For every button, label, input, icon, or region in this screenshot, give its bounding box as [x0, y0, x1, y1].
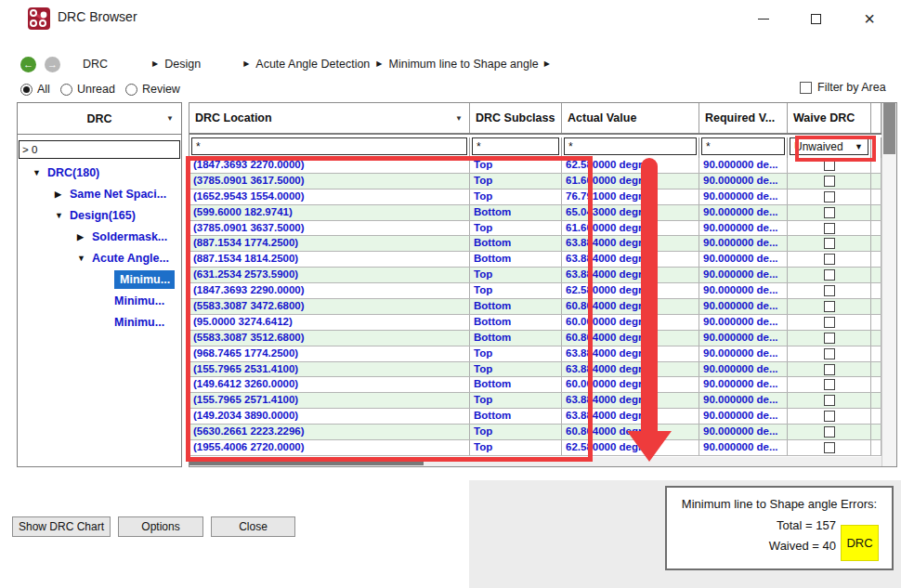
waive-checkbox[interactable]: [824, 411, 835, 422]
cell-waive: [788, 425, 871, 439]
tree-item[interactable]: ▼Acute Angle...: [18, 247, 181, 268]
column-header[interactable]: Waive DRC: [788, 103, 871, 133]
tree-item[interactable]: ▼Design(165): [18, 204, 181, 226]
waive-checkbox[interactable]: [824, 160, 835, 171]
waive-checkbox[interactable]: [824, 426, 835, 438]
table-row[interactable]: (1847.3693 2290.0000)Top62.580000 degree…: [189, 283, 896, 299]
filter-by-area[interactable]: Filter by Area: [800, 81, 886, 94]
tree-column-header[interactable]: DRC ▼: [18, 103, 181, 135]
waive-checkbox[interactable]: [824, 254, 835, 265]
tree-item[interactable]: Minimu...: [18, 311, 181, 333]
dropdown-arrow-icon[interactable]: ▼: [855, 142, 863, 151]
table-row[interactable]: (149.2034 3890.0000)Bottom63.884000 degr…: [189, 409, 896, 425]
tree-item[interactable]: ▶Soldermask...: [18, 226, 181, 247]
filter-input[interactable]: *: [701, 137, 785, 155]
close-button[interactable]: ×: [848, 0, 891, 37]
waive-filter-dropdown[interactable]: Unwaived▼: [790, 137, 868, 155]
filter-input[interactable]: *: [191, 137, 467, 155]
tree-header-dropdown-icon[interactable]: ▼: [166, 114, 174, 123]
waive-checkbox[interactable]: [824, 364, 835, 375]
vertical-scrollbar[interactable]: [881, 103, 896, 466]
table-row[interactable]: (155.7965 2571.4100)Top63.884000 degree9…: [189, 393, 896, 409]
table-row[interactable]: (5583.3087 3472.6800)Bottom60.804000 deg…: [189, 299, 896, 315]
cell-actual: 63.884000 degree: [562, 236, 699, 251]
tree-item[interactable]: ▼DRC(180): [18, 162, 181, 183]
table-row[interactable]: (3785.0901 3617.5000)Top61.600000 degree…: [189, 174, 896, 189]
sort-descending-icon[interactable]: ▼: [455, 114, 463, 123]
table-row[interactable]: (1652.9543 1554.0000)Top76.791000 degree…: [189, 189, 896, 205]
table-row[interactable]: (887.1534 1814.2500)Bottom63.884000 degr…: [189, 252, 896, 268]
vertical-scrollbar-thumb[interactable]: [883, 103, 895, 154]
back-icon[interactable]: ←: [20, 57, 36, 72]
waive-checkbox[interactable]: [824, 317, 835, 328]
maximize-button[interactable]: [794, 0, 837, 37]
cell-waive: [788, 236, 871, 251]
waive-checkbox[interactable]: [824, 395, 835, 406]
waive-checkbox[interactable]: [824, 301, 835, 312]
table-row[interactable]: (599.6000 182.9741)Bottom65.043000 degre…: [189, 205, 896, 221]
minimize-button[interactable]: [742, 0, 785, 37]
waive-checkbox[interactable]: [824, 191, 835, 203]
close-dialog-button[interactable]: Close: [211, 516, 295, 537]
breadcrumb-item[interactable]: Design: [164, 58, 201, 71]
radio-unread[interactable]: Unread: [60, 83, 115, 96]
waive-checkbox[interactable]: [824, 333, 835, 344]
tree-expanded-icon[interactable]: ▼: [33, 168, 47, 177]
tree-expanded-icon[interactable]: ▼: [77, 254, 92, 263]
column-header[interactable]: DRC Subclass: [470, 103, 562, 133]
cell-actual: 60.804000 degree: [562, 331, 699, 346]
cell-subclass: Bottom: [470, 409, 562, 424]
table-row[interactable]: (3785.0901 3637.5000)Top61.600000 degree…: [189, 221, 896, 237]
table-row[interactable]: (5630.2661 2223.2296)Top60.804000 degree…: [189, 425, 896, 440]
tree-expanded-icon[interactable]: ▼: [55, 211, 70, 220]
tree-filter-input[interactable]: > 0: [19, 140, 180, 159]
waive-checkbox[interactable]: [824, 285, 835, 296]
horizontal-scrollbar[interactable]: [189, 457, 883, 466]
breadcrumb-item[interactable]: DRC: [83, 58, 108, 71]
table-row[interactable]: (95.0000 3274.6412)Bottom60.000000 degre…: [189, 315, 896, 331]
radio-all[interactable]: All: [20, 83, 50, 96]
cell-actual: 62.580000 degree: [562, 440, 699, 455]
column-header[interactable]: Actual Value: [562, 103, 699, 133]
cell-required: 90.000000 de...: [699, 189, 788, 204]
tree-item[interactable]: Minimu...: [18, 268, 181, 290]
breadcrumb-item[interactable]: Acute Angle Detection: [255, 58, 370, 71]
radio-review[interactable]: Review: [125, 83, 180, 96]
table-row[interactable]: (149.6412 3260.0000)Bottom60.000000 degr…: [189, 377, 896, 393]
waive-checkbox[interactable]: [824, 442, 835, 453]
cell-actual: 61.600000 degree: [562, 221, 699, 236]
tree-item[interactable]: Minimu...: [18, 290, 181, 311]
waive-checkbox[interactable]: [824, 207, 835, 218]
waive-checkbox[interactable]: [824, 223, 835, 234]
table-row[interactable]: (5583.3087 3512.6800)Bottom60.804000 deg…: [189, 331, 896, 346]
cell-required: 90.000000 de...: [699, 236, 788, 251]
column-header[interactable]: DRC Location▼: [189, 103, 470, 133]
show-drc-chart-button[interactable]: Show DRC Chart: [12, 516, 111, 537]
breadcrumb-item[interactable]: Minimum line to Shape angle: [388, 58, 538, 71]
waive-checkbox[interactable]: [824, 379, 835, 390]
drc-chip-button[interactable]: DRC: [841, 525, 879, 561]
table-row[interactable]: (631.2534 2573.5900)Top63.884000 degree9…: [189, 268, 896, 283]
table-row[interactable]: (968.7465 1774.2500)Top63.884000 degree9…: [189, 346, 896, 362]
options-button[interactable]: Options: [118, 516, 203, 537]
waive-checkbox[interactable]: [824, 238, 835, 249]
filter-input[interactable]: *: [472, 137, 559, 155]
table-row[interactable]: (1955.4006 2720.0000)Top62.580000 degree…: [189, 440, 896, 456]
table-row[interactable]: (155.7965 2531.4100)Top63.884000 degree9…: [189, 362, 896, 378]
waive-checkbox[interactable]: [824, 269, 835, 281]
cell-subclass: Bottom: [470, 331, 562, 346]
filter-input[interactable]: *: [564, 137, 697, 155]
column-header[interactable]: Required V...: [699, 103, 788, 133]
waive-checkbox[interactable]: [824, 348, 835, 359]
horizontal-scrollbar-thumb[interactable]: [189, 458, 424, 465]
table-row[interactable]: (887.1534 1774.2500)Bottom63.884000 degr…: [189, 236, 896, 252]
filter-by-area-checkbox[interactable]: [800, 82, 812, 94]
waive-checkbox[interactable]: [824, 176, 835, 187]
tree-item[interactable]: ▶Same Net Spaci...: [18, 183, 181, 204]
maximize-icon: [811, 14, 821, 24]
table-row[interactable]: (1847.3693 2270.0000)Top62.580000 degree…: [189, 158, 896, 174]
forward-icon[interactable]: →: [45, 57, 60, 72]
tree-collapsed-icon[interactable]: ▶: [77, 232, 92, 242]
tree-collapsed-icon[interactable]: ▶: [55, 189, 70, 199]
column-header-label: Actual Value: [568, 111, 636, 124]
